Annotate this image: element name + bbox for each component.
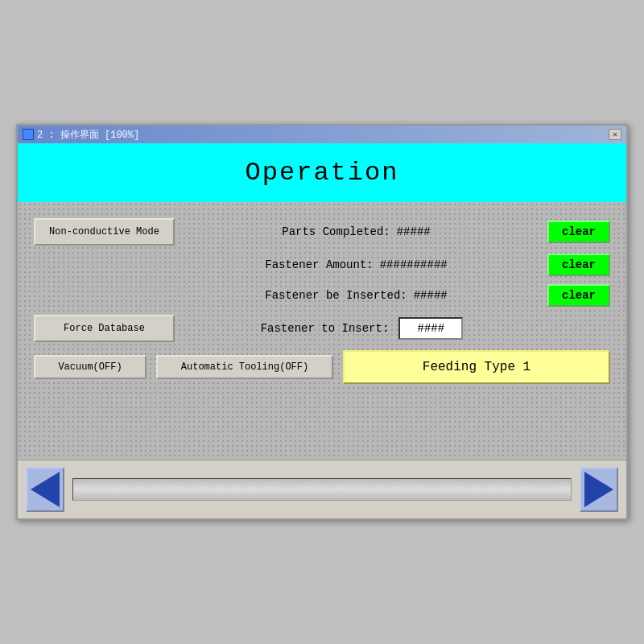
next-button[interactable] [580, 467, 618, 512]
row-fastener-inserted: Fastener be Inserted: ##### clear [34, 284, 610, 307]
fastener-to-insert-label: Fastener to Insert: [261, 322, 390, 335]
prev-button[interactable] [26, 467, 64, 512]
bottom-bar [18, 460, 626, 518]
fastener-inserted-value: ##### [414, 289, 448, 302]
parts-completed-label: Parts Completed: [282, 225, 390, 238]
fastener-to-insert-input[interactable] [398, 317, 463, 340]
main-window: 2 : 操作界面 [100%] ✕ Operation Non-conducti… [16, 124, 628, 520]
header-bar: Operation [18, 143, 626, 202]
close-button[interactable]: ✕ [609, 129, 621, 140]
bottom-row: Vacuum(OFF) Automatic Tooling(OFF) Feedi… [34, 350, 610, 384]
window-icon [23, 129, 34, 140]
parts-completed-value: ##### [397, 225, 431, 238]
fastener-inserted-label: Fastener be Inserted: [265, 289, 407, 302]
fastener-amount-label: Fastener Amount: [265, 258, 373, 271]
clear-fastener-inserted-button[interactable]: clear [547, 284, 610, 307]
window-title: 2 : 操作界面 [100%] [37, 128, 139, 142]
row-fastener-to-insert: Force Database Fastener to Insert: [34, 315, 610, 342]
scrollbar-track [72, 478, 572, 501]
prev-arrow-icon [31, 472, 60, 507]
non-conductive-button[interactable]: Non-conductive Mode [34, 218, 175, 246]
clear-parts-button[interactable]: clear [547, 221, 610, 243]
row-fastener-amount: Fastener Amount: ########## clear [34, 254, 610, 276]
automatic-tooling-button[interactable]: Automatic Tooling(OFF) [156, 355, 333, 379]
title-bar: 2 : 操作界面 [100%] ✕ [18, 126, 626, 143]
vacuum-button[interactable]: Vacuum(OFF) [34, 355, 147, 379]
next-arrow-icon [584, 472, 613, 507]
fastener-amount-value: ########## [380, 258, 448, 271]
row-parts-completed: Non-conductive Mode Parts Completed: ###… [34, 218, 610, 246]
force-database-button[interactable]: Force Database [34, 315, 175, 342]
main-content: Non-conductive Mode Parts Completed: ###… [18, 202, 626, 460]
clear-fastener-amount-button[interactable]: clear [547, 254, 610, 276]
page-title: Operation [246, 158, 399, 188]
feeding-type-button[interactable]: Feeding Type 1 [343, 350, 610, 384]
